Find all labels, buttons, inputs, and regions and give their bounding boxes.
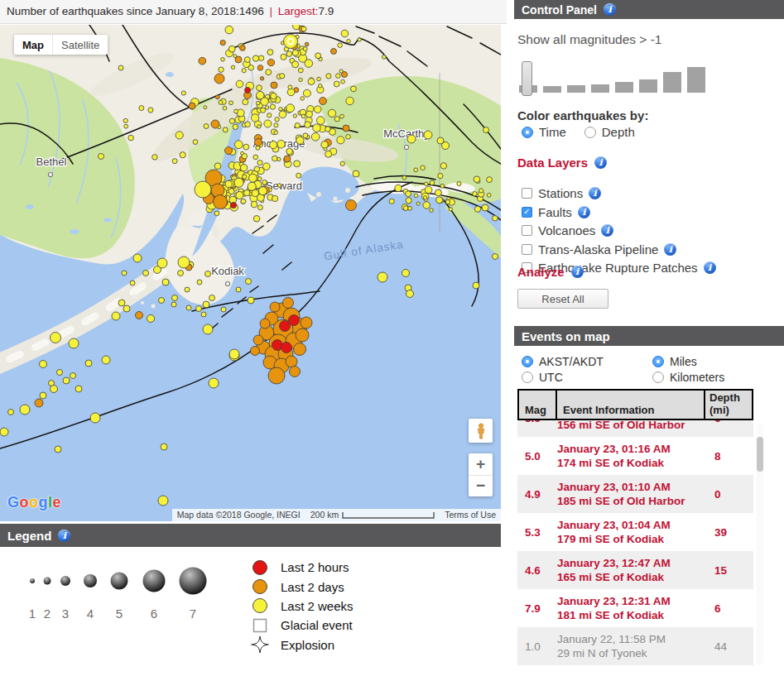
earthquake-marker[interactable] — [317, 117, 325, 125]
radio-option[interactable]: Depth — [584, 124, 635, 140]
earthquake-marker[interactable] — [274, 123, 278, 127]
earthquake-marker[interactable] — [284, 35, 298, 49]
earthquake-marker[interactable] — [328, 109, 335, 117]
checkbox[interactable] — [522, 244, 532, 255]
map[interactable]: BethelAnchorageSewardKodiakMcCarthyGulf … — [0, 25, 501, 521]
earthquake-marker[interactable] — [228, 189, 234, 194]
earthquake-marker[interactable] — [299, 78, 302, 81]
earthquake-marker[interactable] — [337, 137, 344, 144]
earthquake-marker[interactable] — [430, 180, 435, 185]
earthquake-marker[interactable] — [334, 117, 339, 122]
earthquake-marker[interactable] — [303, 47, 307, 51]
earthquake-marker[interactable] — [136, 312, 143, 319]
earthquake-marker[interactable] — [99, 154, 104, 160]
magnitude-bar[interactable] — [639, 79, 657, 93]
earthquake-marker[interactable] — [402, 175, 406, 180]
reset-all-button[interactable]: Reset All — [517, 289, 608, 309]
earthquake-marker[interactable] — [293, 114, 296, 117]
earthquake-marker[interactable] — [280, 74, 285, 79]
earthquake-marker[interactable] — [40, 361, 47, 368]
earthquake-marker[interactable] — [209, 295, 215, 301]
magnitude-bar[interactable] — [663, 72, 681, 93]
earthquake-marker[interactable] — [253, 216, 260, 223]
earthquake-marker[interactable] — [298, 68, 303, 73]
earthquake-marker[interactable] — [171, 302, 176, 307]
earthquake-marker[interactable] — [258, 187, 267, 195]
earthquake-marker[interactable] — [234, 178, 243, 187]
earthquake-marker[interactable] — [442, 142, 450, 150]
earthquake-marker[interactable] — [243, 144, 249, 150]
earthquake-marker[interactable] — [440, 184, 445, 188]
earthquake-marker[interactable] — [424, 131, 432, 139]
earthquake-marker[interactable] — [249, 174, 257, 182]
earthquake-marker[interactable] — [244, 57, 250, 63]
earthquake-marker[interactable] — [172, 159, 177, 164]
earthquake-marker[interactable] — [201, 312, 206, 317]
earthquake-marker[interactable] — [243, 99, 248, 105]
earthquake-marker[interactable] — [253, 335, 263, 345]
earthquake-marker[interactable] — [203, 324, 213, 334]
earthquake-marker[interactable] — [270, 141, 277, 149]
google-logo[interactable]: Google — [7, 494, 61, 511]
event-row[interactable]: 5.0January 23, 01:16 AM174 mi SE of Kodi… — [517, 437, 753, 475]
earthquake-marker[interactable] — [296, 173, 301, 178]
earthquake-marker[interactable] — [340, 114, 344, 118]
earthquake-marker[interactable] — [8, 410, 14, 415]
earthquake-marker[interactable] — [112, 312, 120, 320]
earthquake-marker[interactable] — [245, 88, 251, 93]
earthquake-marker[interactable] — [343, 125, 349, 132]
earthquake-marker[interactable] — [261, 108, 266, 113]
events-scrollbar-thumb[interactable] — [757, 437, 763, 472]
earthquake-marker[interactable] — [346, 97, 354, 104]
earthquake-marker[interactable] — [176, 132, 183, 139]
earthquake-marker[interactable] — [266, 70, 272, 75]
earthquake-marker[interactable] — [40, 392, 46, 399]
earthquake-marker[interactable] — [234, 109, 238, 113]
earthquake-marker[interactable] — [457, 181, 461, 185]
earthquake-marker[interactable] — [75, 386, 82, 392]
earthquake-marker[interactable] — [229, 101, 233, 105]
earthquake-marker[interactable] — [305, 42, 309, 46]
earthquake-marker[interactable] — [493, 216, 498, 222]
earthquake-marker[interactable] — [274, 131, 278, 135]
earthquake-marker[interactable] — [318, 84, 322, 89]
magnitude-bar[interactable] — [543, 86, 561, 93]
earthquake-marker[interactable] — [277, 140, 286, 148]
earthquake-marker[interactable] — [63, 377, 70, 384]
earthquake-marker[interactable] — [223, 127, 228, 132]
radio-option[interactable]: Time — [522, 124, 566, 140]
earthquake-marker[interactable] — [406, 290, 414, 298]
event-row[interactable]: 5.6156 mi SE of Old Harbor6 — [517, 420, 753, 437]
earthquake-marker[interactable] — [118, 300, 125, 306]
earthquake-marker[interactable] — [436, 197, 443, 204]
earthquake-marker[interactable] — [389, 199, 394, 204]
earthquake-marker[interactable] — [236, 80, 243, 88]
earthquake-marker[interactable] — [209, 378, 219, 388]
earthquake-marker[interactable] — [487, 193, 491, 197]
earthquake-marker[interactable] — [341, 79, 345, 84]
earthquake-marker[interactable] — [407, 135, 416, 143]
earthquake-marker[interactable] — [251, 347, 260, 356]
earthquake-marker[interactable] — [257, 205, 262, 210]
magnitude-slider-handle[interactable] — [522, 61, 532, 96]
earthquake-marker[interactable] — [438, 174, 443, 179]
earthquake-marker[interactable] — [248, 297, 254, 304]
earthquake-marker[interactable] — [241, 165, 248, 171]
earthquake-marker[interactable] — [189, 103, 195, 109]
earthquake-marker[interactable] — [449, 208, 452, 211]
earthquake-marker[interactable] — [20, 405, 30, 415]
earthquake-marker[interactable] — [204, 124, 209, 129]
earthquake-marker[interactable] — [267, 50, 273, 55]
earthquake-marker[interactable] — [421, 165, 426, 170]
earthquake-marker[interactable] — [440, 163, 446, 169]
earthquake-marker[interactable] — [225, 147, 233, 155]
earthquake-marker[interactable] — [358, 38, 361, 41]
earthquake-marker[interactable] — [254, 166, 260, 172]
earthquake-marker[interactable] — [295, 123, 300, 128]
earthquake-marker[interactable] — [296, 137, 304, 144]
earthquake-marker[interactable] — [408, 206, 412, 210]
zoom-out-button[interactable]: − — [469, 476, 493, 497]
earthquake-marker[interactable] — [270, 302, 280, 312]
earthquake-marker[interactable] — [221, 58, 225, 62]
earthquake-marker[interactable] — [395, 185, 402, 191]
